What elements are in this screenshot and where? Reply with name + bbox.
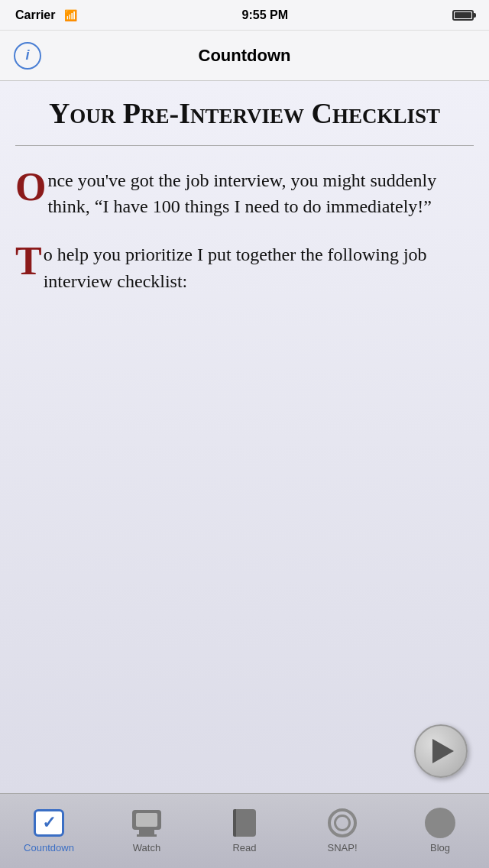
play-icon <box>432 739 454 763</box>
status-bar: Carrier 📶 9:55 PM <box>0 0 489 31</box>
info-button[interactable]: i <box>14 42 41 70</box>
tab-watch[interactable]: Watch <box>98 808 196 853</box>
tab-blog[interactable]: Blog <box>391 808 489 853</box>
countdown-icon <box>32 808 66 837</box>
battery-icon <box>452 10 474 21</box>
nav-bar: i Countdown <box>0 31 489 81</box>
wifi-icon: 📶 <box>64 9 77 21</box>
tab-read[interactable]: Read <box>196 808 293 853</box>
read-icon <box>228 808 261 837</box>
paragraph-2-text: o help you prioritize I put together the… <box>44 245 427 291</box>
watch-icon <box>130 808 164 837</box>
paragraph-1: Once you've got the job interview, you m… <box>15 167 474 221</box>
nav-title: Countdown <box>199 46 291 66</box>
tab-blog-label: Blog <box>430 842 450 853</box>
drop-cap-t: T <box>15 245 42 278</box>
tab-read-label: Read <box>232 842 256 853</box>
play-button[interactable] <box>414 724 468 778</box>
snap-icon <box>325 808 359 837</box>
blog-icon <box>423 808 457 837</box>
tab-countdown[interactable]: Countdown <box>0 808 98 853</box>
tab-watch-label: Watch <box>133 842 160 853</box>
status-left: Carrier 📶 <box>15 8 77 22</box>
checklist-title: Your Pre-Interview Checklist <box>15 96 474 131</box>
paragraph-2: To help you prioritize I put together th… <box>15 241 474 295</box>
status-right <box>452 10 474 21</box>
status-time: 9:55 PM <box>242 8 288 22</box>
tab-snap[interactable]: SNAP! <box>293 808 391 853</box>
tab-bar: Countdown Watch Read SNAP! Blog <box>0 793 489 868</box>
section-divider <box>15 145 474 146</box>
carrier-label: Carrier <box>15 8 55 22</box>
tab-countdown-label: Countdown <box>24 842 74 853</box>
drop-cap-o: O <box>15 170 46 204</box>
paragraph-1-text: nce you've got the job interview, you mi… <box>47 170 436 217</box>
tab-snap-label: SNAP! <box>327 842 357 853</box>
main-content: Your Pre-Interview Checklist Once you've… <box>0 81 489 793</box>
